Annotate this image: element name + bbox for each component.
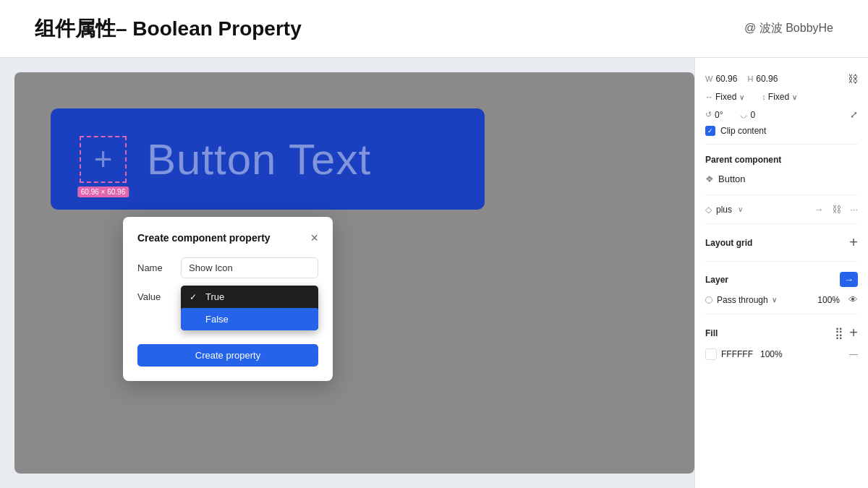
button-text: Button Text [147,134,371,184]
fixed-h-icon: ↔ [705,93,713,101]
canvas-area: + 60.96 × 60.96 Button Text Create compo… [14,72,694,474]
dialog-header: Create component property × [137,231,318,244]
icon-selection-box: + 60.96 × 60.96 [80,136,127,183]
component-node-row: ◇ plus ∨ → ⛓ ··· [705,201,858,218]
node-chevron: ∨ [738,205,743,213]
author-label: @ 波波 BobbyHe [744,21,833,36]
fixed-h-value[interactable]: Fixed ∨ [715,92,744,102]
layer-mode-value[interactable]: Pass through ∨ [717,295,777,305]
dropdown-item-false[interactable]: ✓ False [181,308,318,330]
button-component: + 60.96 × 60.96 Button Text [51,108,485,210]
arrow-right-icon[interactable]: → [814,204,823,215]
wh-row: W 60.96 H 60.96 ⛓ [705,69,858,88]
dialog-title: Create component property [137,232,271,244]
rotation-group: ↺ 0° [705,110,723,120]
link-icon[interactable]: ⛓ [848,73,858,85]
w-label: W [705,74,712,83]
eye-icon[interactable]: 👁 [848,294,858,305]
layout-grid-title: Layout grid [705,238,752,248]
fixed-row: ↔ Fixed ∨ ↕ Fixed ∨ [705,88,858,106]
clip-content-checkbox[interactable]: ✓ [705,126,715,136]
close-icon[interactable]: × [310,231,318,244]
layout-grid-add-icon[interactable]: + [849,234,858,251]
fill-title: Fill [705,328,718,338]
divider-5 [705,314,858,314]
fixed-h-chevron: ∨ [739,93,744,101]
parent-component-title: Parent component [705,155,781,165]
fixed-v-group: ↕ Fixed ∨ [762,92,797,102]
layer-arrow-button[interactable]: → [840,272,858,287]
height-group: H 60.96 [747,74,782,84]
layer-section-header: Layer → [705,267,858,291]
rotation-corner-row: ↺ 0° ◡ 0 ⤢ [705,106,858,124]
layout-grid-row: Layout grid + [705,230,858,255]
layer-mode-row: Pass through ∨ 100% 👁 [705,291,858,308]
value-field-row: Value ✓ True ✓ False [137,286,318,302]
h-value[interactable]: 60.96 [756,74,782,84]
name-field-row: Name [137,257,318,278]
main-layout: + 60.96 × 60.96 Button Text Create compo… [0,58,868,488]
w-value[interactable]: 60.96 [715,74,741,84]
divider-1 [705,144,858,145]
component-node-name[interactable]: plus [716,205,732,215]
fill-hex-value[interactable]: FFFFFF [721,349,753,359]
dropdown-menu: ✓ True ✓ False [181,286,318,330]
width-group: W 60.96 [705,74,741,84]
right-panel: W 60.96 H 60.96 ⛓ ↔ Fixed ∨ ↕ Fixed [694,58,868,488]
create-property-button[interactable]: Create property [137,344,318,367]
diamond-icon: ◇ [705,205,712,215]
fill-color-row: FFFFFF 100% — [705,346,858,363]
fill-add-icon[interactable]: + [849,325,858,341]
layer-title: Layer [705,275,728,285]
rotation-value[interactable]: 0° [715,110,723,120]
corner-group: ◡ 0 [740,110,755,120]
divider-4 [705,261,858,262]
name-label: Name [137,262,174,273]
header: 组件属性– Boolean Property @ 波波 BobbyHe [0,0,868,58]
fill-section-header: Fill ⣿ + [705,320,858,346]
parent-component-row: ❖ Button [705,169,858,189]
create-property-dialog: Create component property × Name Value ✓… [123,217,333,381]
fill-grid-icon[interactable]: ⣿ [833,325,845,341]
divider-3 [705,223,858,224]
fill-icons-row: ⣿ + [833,325,858,341]
fixed-v-chevron: ∨ [792,93,797,101]
link2-icon[interactable]: ⛓ [832,204,841,215]
plus-icon: + [94,143,113,175]
page-title: 组件属性– Boolean Property [35,15,302,43]
fill-color-swatch[interactable] [705,348,717,360]
clip-content-row[interactable]: ✓ Clip content [705,124,858,138]
selection-label: 60.96 × 60.96 [77,187,129,197]
layer-circle-icon [705,296,712,304]
component-icon: ❖ [705,174,714,184]
corner-icon: ◡ [740,110,747,119]
divider-2 [705,194,858,195]
value-label: Value [137,286,174,302]
fixed-h-group: ↔ Fixed ∨ [705,92,744,102]
dropdown-item-false-label: False [205,314,229,325]
name-input[interactable] [181,257,318,278]
fixed-v-value[interactable]: Fixed ∨ [768,92,797,102]
dropdown-item-true[interactable]: ✓ True [181,286,318,308]
parent-component-name[interactable]: Button [718,174,746,184]
fill-opacity-value[interactable]: 100% [760,349,783,359]
more-icon[interactable]: ··· [850,204,858,215]
layer-opacity-value[interactable]: 100% [817,295,840,305]
expand-icon[interactable]: ⤢ [850,109,858,120]
clip-content-label: Clip content [720,126,766,136]
corner-value[interactable]: 0 [750,110,755,120]
layer-mode-chevron: ∨ [772,296,777,304]
fill-minus-icon[interactable]: — [849,349,858,359]
checkmark-icon: ✓ [190,292,200,302]
rotation-icon: ↺ [705,110,712,119]
fixed-v-icon: ↕ [762,93,766,101]
parent-component-section: Parent component [705,150,858,169]
dropdown-item-true-label: True [205,291,224,302]
h-label: H [747,74,753,83]
